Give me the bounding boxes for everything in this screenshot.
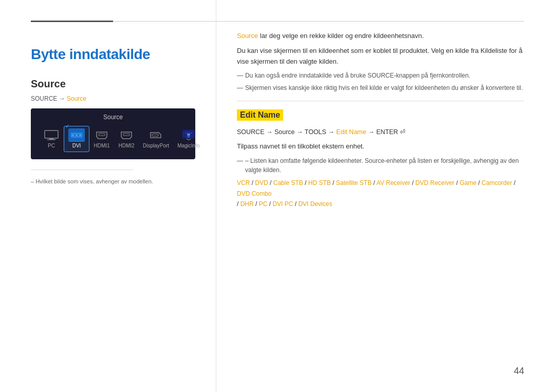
hdmi2-icon [118,129,135,141]
intro-source-link[interactable]: Source [237,32,258,40]
source-icon-displayport[interactable]: DisplayPort [139,126,173,152]
device-satellite-stb[interactable]: Satellite STB [336,179,372,186]
bullet-1: Du kan også endre inndatakilde ved å bru… [237,71,524,80]
source-path-link[interactable]: Source [67,95,86,102]
svg-point-6 [76,135,78,136]
footnote: – Hvilket bilde som vises, avhenger av m… [31,178,195,184]
list-prefix: – Listen kan omfatte følgende kildeenhet… [245,157,365,164]
edit-name-section: Edit Name SOURCE → Source → TOOLS → Edit… [237,109,524,209]
main-description: Du kan vise skjermen til en kildeenhet s… [237,46,524,67]
device-camcorder[interactable]: Camcorder [482,179,512,186]
svg-rect-10 [123,134,130,136]
device-dvi-devices[interactable]: DVI Devices [298,200,332,208]
left-column: Bytte inndatakilde Source SOURCE → Sourc… [0,0,216,392]
device-vcr[interactable]: VCR [237,179,250,186]
list-source-link[interactable]: Source [365,157,384,164]
displayport-icon [148,129,164,141]
intro-paragraph: Source lar deg velge en rekke kilder og … [237,31,524,42]
nav-suffix: → ENTER [366,128,400,136]
svg-rect-11 [152,134,158,136]
hdmi1-label: HDMI1 [94,143,109,148]
hdmi2-label: HDMI2 [118,143,134,148]
svg-rect-9 [99,134,105,136]
page-title: Bytte inndatakilde [31,46,195,63]
top-bar [31,21,524,22]
right-column: Source lar deg velge en rekke kilder og … [216,0,555,392]
source-icon-hdmi2[interactable]: HDMI2 [114,126,139,152]
device-pc[interactable]: PC [259,200,268,208]
device-dvd-combo[interactable]: DVD Combo [237,190,271,197]
section-divider [237,101,524,101]
dvi-icon [68,129,85,141]
section-heading: Source [31,78,195,90]
source-panel-title: Source [39,114,187,121]
edit-name-title: Edit Name [237,109,283,121]
source-icon-dvi[interactable]: ✓ DVI [64,126,89,152]
displayport-label: DisplayPort [143,143,169,148]
nav-path: SOURCE → Source → TOOLS → Edit Name → EN… [237,127,524,137]
magicinfo-label: MagicInfo [177,143,199,148]
bullet-2: Skjermen vises kanskje ikke riktig hvis … [237,83,524,92]
device-dvi-pc[interactable]: DVI PC [272,200,293,208]
magicinfo-icon: M [180,129,197,141]
svg-rect-1 [49,138,53,139]
page-number: 44 [514,366,524,377]
source-panel: Source PC ✓ [31,108,195,159]
dvi-checkmark: ✓ [65,123,69,129]
device-cable-stb[interactable]: Cable STB [273,179,303,186]
device-dvd-receiver[interactable]: DVD Receiver [415,179,454,186]
pc-icon [43,129,60,141]
device-dhr[interactable]: DHR [240,200,254,208]
device-list-intro: – Listen kan omfatte følgende kildeenhet… [237,156,524,175]
dvi-image [68,128,85,142]
left-divider [31,170,134,170]
source-icons: PC ✓ [39,126,187,152]
devices-list: VCR / DVD / Cable STB / HD STB / Satelli… [237,178,524,209]
svg-point-7 [80,135,81,136]
svg-rect-0 [45,130,58,138]
enter-icon: ⏎ [400,128,405,136]
top-bar-line [113,21,524,22]
source-icon-hdmi1[interactable]: HDMI1 [89,126,114,152]
edit-name-description: Tilpass navnet til en tilkoblet ekstern … [237,141,524,152]
dvi-label: DVI [72,143,81,148]
device-av-receiver[interactable]: AV Receiver [377,179,411,186]
svg-point-5 [72,135,74,136]
source-icon-pc[interactable]: PC [39,126,64,152]
nav-edit-name-link[interactable]: Edit Name [336,128,366,136]
svg-text:M: M [187,133,190,136]
source-icon-magicinfo[interactable]: M MagicInfo [173,126,203,152]
device-dvd[interactable]: DVD [255,179,268,186]
nav-prefix: SOURCE → Source → TOOLS → [237,128,336,136]
hdmi1-icon [94,129,110,141]
source-path-prefix: SOURCE → [31,95,67,102]
device-hd-stb[interactable]: HD STB [308,179,331,186]
top-bar-accent [31,21,113,22]
intro-after: lar deg velge en rekke kilder og endre k… [258,32,423,40]
pc-label: PC [48,143,55,148]
svg-rect-2 [47,139,55,140]
source-path: SOURCE → Source [31,95,195,102]
device-game[interactable]: Game [459,179,476,186]
